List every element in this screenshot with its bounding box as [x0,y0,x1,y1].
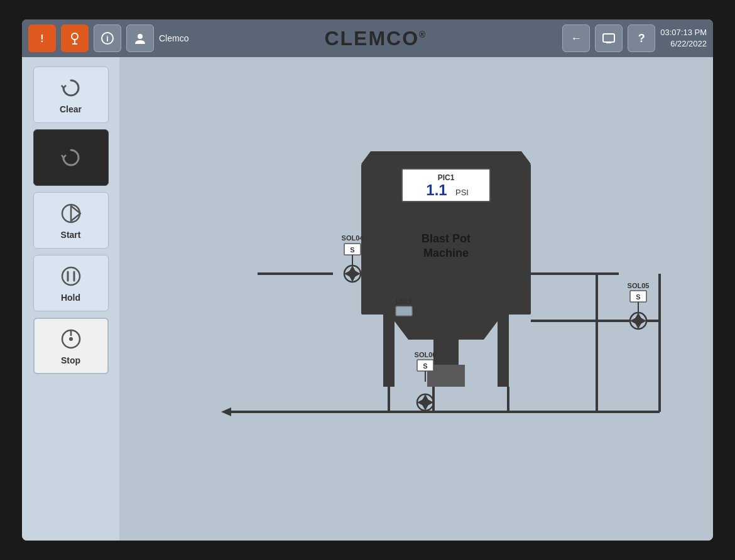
process-diagram: PIC1 1.1 PSI Blast Pot Machine LSL1 SOL [119,57,713,541]
svg-rect-24 [498,311,509,387]
svg-point-7 [138,34,143,39]
hold-label: Hold [61,293,80,303]
svg-text:1.1: 1.1 [426,181,447,198]
svg-point-2 [72,33,78,40]
help-button[interactable]: ? [628,24,655,52]
svg-text:SOL04: SOL04 [342,234,364,242]
svg-text:!: ! [40,33,43,44]
screen-button[interactable] [595,24,623,52]
datetime-display: 03:07:13 PM 6/22/2022 [660,27,707,50]
svg-text:S: S [423,362,427,370]
svg-marker-60 [221,407,231,416]
svg-rect-33 [396,306,412,316]
svg-rect-23 [383,311,395,387]
svg-text:SOL05: SOL05 [628,282,650,289]
svg-marker-21 [389,315,503,340]
svg-text:i: i [106,34,109,43]
back-button[interactable]: ← [562,24,590,52]
date-text: 6/22/2022 [660,38,707,50]
start-label: Start [61,230,81,240]
svg-text:Machine: Machine [423,247,469,259]
svg-text:S: S [350,246,354,254]
start-button[interactable]: Start [33,192,109,249]
user-label: Clemco [159,33,188,43]
clear-button[interactable]: Clear [33,67,109,123]
svg-text:Blast Pot: Blast Pot [422,232,471,245]
app-title: CLEMCO® [193,27,557,50]
svg-text:SOL06: SOL06 [415,351,437,358]
stop-button[interactable]: Stop [33,318,109,374]
svg-marker-20 [361,151,531,164]
svg-marker-53 [634,313,643,329]
alert-button[interactable]: ! [28,24,56,52]
user-icon [126,24,154,52]
svg-rect-8 [603,34,614,42]
clear-label: Clear [60,104,82,114]
svg-text:S: S [636,293,640,301]
svg-point-13 [62,267,80,285]
svg-text:PSI: PSI [455,188,469,197]
svg-point-17 [69,337,73,341]
svg-marker-42 [348,266,357,282]
username-text: Clemco [159,33,188,43]
svg-text:LSL1: LSL1 [396,298,413,305]
header: ! i Clemco CLEMCO® [22,19,713,57]
svg-marker-68 [417,398,433,407]
hold-button[interactable]: Hold [33,255,109,311]
svg-text:PIC1: PIC1 [438,173,455,182]
refresh-button[interactable] [33,129,109,186]
alert2-button[interactable] [61,24,89,52]
header-controls: ← ? 03:07:13 PM 6/22/2022 [562,24,707,52]
stop-label: Stop [61,355,80,365]
sidebar: Clear Start [22,57,119,541]
time-text: 03:07:13 PM [660,27,707,38]
info-button[interactable]: i [94,24,121,52]
